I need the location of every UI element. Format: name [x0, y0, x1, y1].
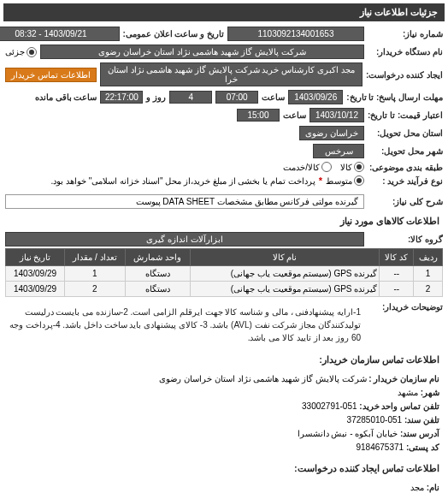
delivery-province-value: خراسان رضوی: [299, 126, 364, 140]
goods-header: اطلاعات کالاهای مورد نیاز: [5, 211, 443, 230]
postal-label: کد پستی:: [406, 443, 439, 452]
contact-row: آدرس سند: خیابان آبکوه - نبش دانشسرا: [9, 427, 439, 441]
partial-radio[interactable]: جزئی: [5, 47, 37, 57]
th-name: نام کالا: [190, 249, 379, 266]
contact-row: تلفن تماس واحد خرید: 051-33002791: [9, 400, 439, 413]
delivery-city-label: شهر محل تحویل:: [368, 146, 443, 156]
cell-date: 1403/09/29: [6, 282, 65, 297]
org-value: شرکت پالایش گاز شهید هاشمی نژاد استان خر…: [159, 374, 366, 383]
contact-row: کد پستی: 9184675371: [9, 441, 439, 454]
note-star: *: [319, 175, 322, 186]
cell-code: --: [380, 266, 414, 282]
delivery-city-value: سرخس: [313, 144, 364, 158]
respond-time-label: ساعت: [262, 92, 285, 102]
option-label: متوسط: [326, 176, 352, 186]
cell-idx: 2: [414, 282, 443, 297]
requester-value: مجد اکبری کارشناس خرید شرکت پالایش گاز ش…: [100, 62, 363, 86]
address-value: خیابان آبکوه - نبش دانشسرا: [298, 429, 398, 438]
respond-until-label: مهلت ارسال پاسخ: تا تاریخ:: [346, 92, 443, 102]
radio-icon: [27, 47, 37, 57]
respond-time: 07:00: [215, 91, 258, 104]
postal-value: 9184675371: [356, 443, 404, 452]
city-value: مشهد: [398, 388, 418, 397]
pub-phone-label: تلفن سند:: [404, 415, 439, 425]
requester-label: ایجاد کننده درخواست:: [366, 70, 443, 80]
buy-phone-label: تلفن تماس واحد خرید:: [359, 401, 439, 411]
announce-value: 1403/09/21 - 08:32: [0, 27, 120, 41]
option-label: کالا/خدمت: [283, 163, 320, 172]
cell-qty: 1: [65, 266, 126, 282]
cell-name: گیرنده GPS (سیستم موقعیت یاب جهانی): [190, 266, 379, 282]
days-label: روز و: [146, 92, 166, 102]
delivery-province-label: استان محل تحویل:: [368, 128, 443, 138]
announce-label: تاریخ و ساعت اعلان عمومی:: [123, 29, 224, 39]
main-header: جزئیات اطلاعات نیاز: [3, 3, 445, 21]
price-until-label: اعتبار قیمت: تا تاریخ:: [368, 110, 443, 120]
contact-row: شهر: مشهد: [9, 386, 439, 400]
respond-remain: 22:17:00: [100, 91, 143, 104]
contact-row: تلفن سند: 051-37285010: [9, 413, 439, 427]
table-row: 1 -- گیرنده GPS (سیستم موقعیت یاب جهانی)…: [6, 266, 443, 282]
buyer-org-label: نام دستگاه خریدار:: [368, 47, 443, 56]
radio-icon: [321, 162, 332, 172]
radio-icon: [354, 175, 364, 186]
cell-code: --: [380, 282, 414, 297]
contact-row: نام: مجد: [9, 481, 439, 493]
th-unit: واحد شمارش: [125, 249, 190, 266]
contact-header: اطلاعات تماس سازمان خریدار:: [5, 349, 443, 369]
th-date: تاریخ نیاز: [6, 249, 65, 266]
need-desc-value: گیرنده مولتی فرکانس مطابق مشخصات DATA SH…: [5, 194, 364, 209]
price-time-label: ساعت: [283, 110, 306, 120]
address-label: آدرس سند:: [400, 429, 439, 438]
cell-unit: دستگاه: [125, 266, 190, 282]
buyer-notes-text: 1-ارایه پیشنهادفنی ، مالی و شناسه کالا ج…: [5, 302, 364, 347]
classification-option-goods[interactable]: کالا: [340, 162, 364, 172]
cell-qty: 2: [65, 282, 126, 297]
purchase-note: پرداخت تمام یا بخشی از مبلغ خرید،از محل …: [51, 176, 315, 186]
th-idx: ردیف: [414, 249, 443, 266]
th-qty: تعداد / مقدار: [65, 249, 126, 266]
req-name-value: مجد: [410, 483, 424, 492]
cell-name: گیرنده GPS (سیستم موقعیت یاب جهانی): [190, 282, 379, 297]
purchase-type-label: نوع فرآیند خرید :: [368, 176, 443, 186]
req-number-value: 1103092134001653: [227, 27, 364, 41]
classification-label: طبقه بندی موضوعی:: [368, 163, 443, 172]
buyer-org-value: شرکت پالایش گاز شهید هاشمی نژاد استان خر…: [40, 45, 364, 59]
pub-phone-value: 051-37285010: [347, 415, 403, 425]
table-row: 2 -- گیرنده GPS (سیستم موقعیت یاب جهانی)…: [6, 282, 443, 297]
goods-group-value: ابزارآلات اندازه گیری: [5, 232, 364, 246]
radio-icon: [354, 162, 364, 172]
buyer-notes-label: توضیحات خریدار:: [368, 302, 443, 312]
goods-group-label: گروه کالا:: [368, 235, 443, 244]
cell-unit: دستگاه: [125, 282, 190, 297]
cell-idx: 1: [414, 266, 443, 282]
buy-phone-value: 051-33002791: [302, 401, 357, 411]
cell-date: 1403/09/29: [6, 266, 65, 282]
req-number-label: شماره نیاز:: [368, 29, 443, 39]
option-label: کالا: [340, 163, 352, 172]
goods-table: ردیف کد کالا نام کالا واحد شمارش تعداد /…: [5, 248, 443, 297]
req-name-label: نام:: [427, 483, 439, 492]
price-date: 1403/10/12: [309, 108, 364, 122]
org-label: نام سازمان خریدار :: [368, 374, 439, 383]
requester-contact-header: اطلاعات تماس ایجاد کننده درخواست:: [5, 458, 443, 478]
classification-option-goods-service[interactable]: کالا/خدمت: [283, 162, 332, 172]
price-time: 15:00: [237, 109, 280, 122]
buyer-contact-button[interactable]: اطلاعات تماس خریدار: [5, 68, 97, 82]
need-desc-label: شرح کلی نیاز:: [368, 197, 443, 206]
city-label: شهر:: [421, 388, 439, 397]
partial-label: جزئی: [5, 47, 25, 56]
respond-date: 1403/09/26: [288, 90, 343, 104]
purchase-type-option[interactable]: متوسط: [326, 175, 364, 186]
th-code: کد کالا: [380, 249, 414, 266]
contact-row: نام سازمان خریدار : شرکت پالایش گاز شهید…: [9, 372, 439, 386]
respond-days: 4: [169, 91, 212, 104]
remain-label: ساعت باقی مانده: [35, 92, 97, 102]
